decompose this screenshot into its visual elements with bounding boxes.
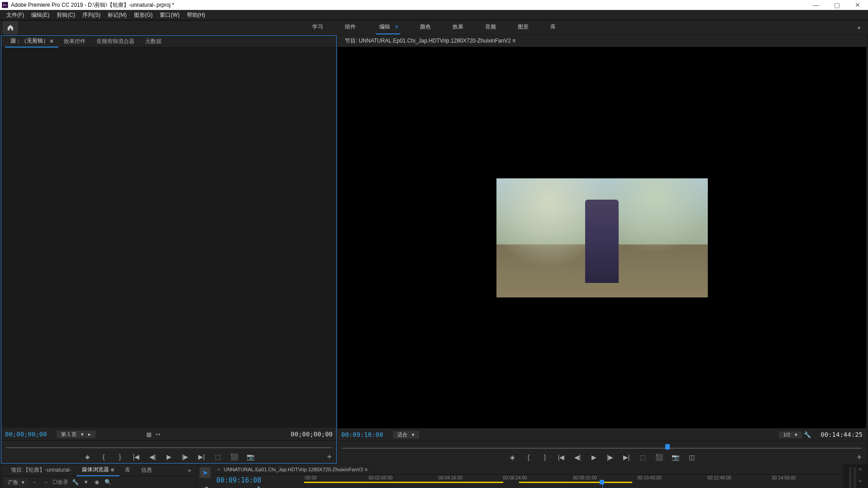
proj-ingest-checkbox[interactable]: ☐收录: [52, 478, 68, 486]
tl-marker-icon[interactable]: ◆: [246, 486, 251, 488]
prog-lift-icon[interactable]: ⬚: [639, 453, 647, 461]
window-title: Adobe Premiere Pro CC 2019 - D:\剪辑\【轮廓】-…: [11, 1, 174, 9]
source-drag-audio-icon[interactable]: ↦: [154, 431, 162, 438]
program-fit-dropdown[interactable]: 适合▾: [393, 431, 419, 439]
menu-sequence[interactable]: 序列(S): [79, 11, 104, 19]
prog-step-back-icon[interactable]: ◀|: [573, 453, 582, 461]
snap-icon[interactable]: ⋇: [216, 486, 221, 488]
step-fwd-icon[interactable]: |▶: [181, 453, 189, 461]
ws-editing[interactable]: 编辑 ≡: [376, 20, 400, 34]
tab-source[interactable]: 源：（无剪辑） ≡: [5, 36, 58, 48]
close-button[interactable]: ✕: [847, 0, 868, 10]
prog-go-in-icon[interactable]: |◀: [557, 453, 565, 461]
program-zoom-dropdown[interactable]: 1/2▾: [779, 431, 802, 438]
tab-project[interactable]: 项目:【轮廓】-unnatural-: [5, 464, 76, 476]
prog-go-out-icon[interactable]: ▶|: [622, 453, 630, 461]
play-icon[interactable]: ▶: [165, 453, 173, 461]
ws-libraries[interactable]: 库: [548, 20, 558, 34]
seq-close-icon[interactable]: ×: [217, 467, 220, 472]
title-bar: Pr Adobe Premiere Pro CC 2019 - D:\剪辑\【轮…: [0, 0, 868, 10]
tab-metadata[interactable]: 元数据: [140, 36, 167, 48]
source-tc-in[interactable]: 00;00;00;00: [5, 431, 55, 438]
proj-fwd-icon[interactable]: →: [42, 478, 50, 486]
linked-sel-icon[interactable]: ∩: [227, 486, 231, 488]
export-frame-icon[interactable]: 📷: [246, 453, 254, 461]
ws-more-button[interactable]: »: [850, 24, 868, 31]
project-panel: 项目:【轮廓】-unnatural- 媒体浏览器 ≡ 库 信息 » 广告▾ ← …: [2, 464, 196, 488]
menu-graphics[interactable]: 图形(G): [130, 11, 156, 19]
go-in-icon[interactable]: |◀: [132, 453, 140, 461]
proj-eye-icon[interactable]: ◉: [93, 478, 101, 486]
proj-more-button[interactable]: »: [182, 464, 196, 476]
program-title[interactable]: 节目: UNNATURAL.Ep01.Chi_Jap.HDTVrip.1280X…: [341, 37, 519, 45]
timeline-tc[interactable]: 00:09:16:08: [216, 476, 300, 484]
proj-filter-dropdown[interactable]: 广告▾: [5, 478, 28, 486]
go-out-icon[interactable]: ▶|: [197, 453, 205, 461]
proj-funnel-icon[interactable]: ▼: [82, 478, 90, 486]
meter-r: [854, 467, 856, 488]
track-select-tool[interactable]: ⇥: [200, 483, 210, 488]
tools-panel: ➤ ⇥ ⟷ ✂ ↔ ✒ ✋ T: [197, 464, 213, 488]
ws-graphics[interactable]: 图形: [516, 20, 530, 34]
prog-out-icon[interactable]: }: [541, 453, 549, 461]
tl-wrench-icon[interactable]: 🔧: [256, 486, 263, 488]
proj-search-icon[interactable]: 🔍: [104, 478, 112, 486]
step-back-icon[interactable]: ◀|: [148, 453, 157, 461]
ws-assembly[interactable]: 组件: [343, 20, 358, 34]
tab-effect-controls[interactable]: 效果控件: [58, 36, 91, 48]
menu-file[interactable]: 文件(F): [3, 11, 28, 19]
source-page-dropdown[interactable]: 第 1 页▾▸: [57, 431, 95, 438]
menu-help[interactable]: 帮助(H): [183, 11, 209, 19]
tab-audio-clip-mixer[interactable]: 音频剪辑混合器: [91, 36, 140, 48]
tab-media-browser[interactable]: 媒体浏览器 ≡: [76, 464, 119, 476]
source-monitor-panel: 源：（无剪辑） ≡ 效果控件 音频剪辑混合器 元数据 00;00;00;00 第…: [1, 35, 337, 464]
tab-libraries[interactable]: 库: [119, 464, 136, 476]
program-tc-current[interactable]: 00:09:16:08: [341, 431, 391, 438]
prog-marker-icon[interactable]: ◈: [508, 453, 516, 461]
timeline-ruler[interactable]: :00:00 00:02:08:00 00:04:16:00 00:06:24:…: [304, 474, 842, 488]
ws-audio[interactable]: 音频: [483, 20, 498, 34]
insert-icon[interactable]: ⬚: [214, 453, 222, 461]
program-frame: [496, 178, 708, 297]
program-monitor-panel: 节目: UNNATURAL.Ep01.Chi_Jap.HDTVrip.1280X…: [338, 35, 866, 464]
marker-icon[interactable]: ⬗: [236, 486, 241, 488]
meter-l: [849, 467, 852, 488]
seq-name[interactable]: UNNATURAL.Ep01.Chi_Jap.HDTVrip.1280X720-…: [224, 467, 367, 472]
proj-wrench-icon[interactable]: 🔧: [71, 478, 79, 486]
source-tc-out[interactable]: 00;00;00;00: [283, 431, 333, 438]
ws-learn[interactable]: 学习: [310, 20, 325, 34]
prog-compare-icon[interactable]: ◫: [687, 453, 696, 461]
menu-edit[interactable]: 编辑(E): [28, 11, 53, 19]
source-drag-video-icon[interactable]: ▦: [145, 431, 153, 438]
tab-info[interactable]: 信息: [136, 464, 157, 476]
source-scrubber[interactable]: [1, 440, 336, 450]
program-tc-duration[interactable]: 00:14:44:25: [813, 431, 863, 438]
mark-in-icon[interactable]: {: [100, 453, 108, 461]
ws-color[interactable]: 颜色: [418, 20, 433, 34]
overwrite-icon[interactable]: ⬛: [230, 453, 238, 461]
source-add-button[interactable]: +: [327, 452, 332, 462]
prog-export-frame-icon[interactable]: 📷: [671, 453, 679, 461]
prog-in-icon[interactable]: {: [525, 453, 533, 461]
home-button[interactable]: [3, 21, 18, 34]
proj-back-icon[interactable]: ←: [31, 478, 39, 486]
audio-meters: -0-6-12-18-24-30-36-42-48-54dB: [844, 464, 868, 488]
source-viewer[interactable]: [1, 48, 336, 428]
mark-out-icon[interactable]: }: [116, 453, 124, 461]
selection-tool[interactable]: ➤: [200, 467, 210, 478]
ws-effects[interactable]: 效果: [451, 20, 465, 34]
program-add-button[interactable]: +: [857, 453, 862, 462]
maximize-button[interactable]: ▢: [826, 0, 847, 10]
minimize-button[interactable]: —: [806, 0, 826, 10]
add-marker-icon[interactable]: ◈: [83, 453, 91, 461]
timeline-panel: × UNNATURAL.Ep01.Chi_Jap.HDTVrip.1280X72…: [213, 464, 842, 488]
program-scrubber[interactable]: [338, 441, 866, 451]
prog-extract-icon[interactable]: ⬛: [655, 453, 663, 461]
menu-clip[interactable]: 剪辑(C): [53, 11, 79, 19]
wrench-icon[interactable]: 🔧: [804, 431, 811, 438]
menu-marker[interactable]: 标记(M): [104, 11, 130, 19]
prog-step-fwd-icon[interactable]: |▶: [606, 453, 614, 461]
menu-window[interactable]: 窗口(W): [156, 11, 183, 19]
program-viewer[interactable]: [338, 47, 866, 428]
prog-play-icon[interactable]: ▶: [590, 453, 598, 461]
